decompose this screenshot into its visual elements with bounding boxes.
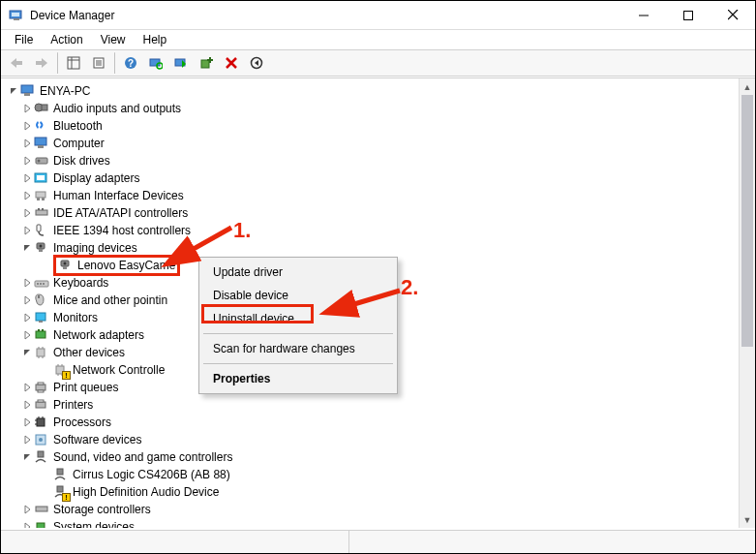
svg-marker-31 (11, 88, 16, 94)
menu-help[interactable]: Help (136, 31, 175, 48)
computer-icon (20, 83, 36, 99)
separator (114, 52, 115, 74)
tree-label: Network adapters (53, 328, 144, 342)
tree-category[interactable]: Disk drives (1, 152, 739, 169)
tree-category[interactable]: Software devices (1, 431, 739, 448)
help-button[interactable]: ? (119, 52, 142, 74)
svg-rect-92 (38, 390, 44, 392)
tree-category[interactable]: Storage controllers (1, 501, 739, 518)
tree-label: Human Interface Devices (53, 189, 184, 202)
tree-category[interactable]: IDE ATA/ATAPI controllers (1, 204, 739, 222)
tree-category[interactable]: Computer (1, 135, 739, 152)
update-driver-button[interactable] (169, 52, 193, 74)
expand-icon[interactable] (20, 433, 34, 446)
tree-device[interactable]: Cirrus Logic CS4206B (AB 88) (1, 466, 739, 483)
expand-icon[interactable] (20, 276, 34, 290)
ctx-properties[interactable]: Properties (201, 367, 395, 390)
category-icon (34, 153, 49, 169)
tree-label: Printers (53, 398, 93, 412)
tree-category[interactable]: Sound, video and game controllers (1, 448, 739, 466)
annotation-label-2: 2. (401, 275, 418, 300)
forward-button[interactable] (30, 52, 53, 74)
svg-marker-55 (25, 227, 30, 234)
minimize-button[interactable] (621, 1, 666, 30)
expand-icon[interactable] (20, 503, 34, 516)
tree-category[interactable]: Human Interface Devices (1, 187, 739, 204)
tree-label: Print queues (53, 381, 118, 394)
tree-category[interactable]: Audio inputs and outputs (1, 100, 739, 117)
tree-label: Network Controlle (73, 363, 165, 377)
svg-marker-71 (25, 314, 30, 322)
category-icon (34, 101, 49, 116)
tree-category[interactable]: Bluetooth (1, 117, 739, 135)
properties-button[interactable] (87, 52, 110, 74)
expand-icon[interactable] (20, 171, 34, 185)
svg-rect-10 (36, 61, 42, 65)
svg-marker-102 (25, 436, 30, 444)
collapse-icon[interactable] (20, 346, 34, 359)
tree-category[interactable]: System devices (1, 518, 739, 528)
tree-category[interactable]: Processors (1, 414, 739, 431)
scan-hardware-button[interactable] (144, 52, 167, 74)
svg-marker-74 (25, 331, 30, 339)
expand-icon[interactable] (20, 119, 34, 133)
audio-device-icon (53, 467, 69, 482)
add-legacy-button[interactable] (195, 52, 218, 74)
expand-icon[interactable] (20, 520, 34, 528)
tree-device[interactable]: !High Definition Audio Device (1, 483, 739, 501)
back-button[interactable] (5, 52, 28, 74)
status-bar (1, 530, 755, 553)
collapse-icon[interactable] (20, 241, 34, 255)
collapse-icon[interactable] (20, 450, 34, 464)
svg-rect-75 (36, 331, 45, 338)
disable-button[interactable] (245, 52, 268, 74)
expand-icon[interactable] (20, 189, 34, 202)
uninstall-button[interactable] (220, 52, 243, 74)
expand-icon[interactable] (20, 224, 34, 237)
svg-rect-76 (38, 329, 40, 331)
tree-label: Bluetooth (53, 119, 103, 133)
svg-rect-90 (36, 385, 45, 390)
svg-rect-56 (37, 225, 41, 231)
show-hide-tree-button[interactable] (62, 52, 85, 74)
ctx-scan-hardware[interactable]: Scan for hardware changes (201, 337, 395, 360)
ctx-update-driver[interactable]: Update driver (201, 261, 395, 284)
svg-rect-26 (207, 59, 213, 61)
expand-icon[interactable] (20, 137, 34, 150)
tree-label: Sound, video and game controllers (53, 450, 232, 464)
expand-icon[interactable] (20, 293, 34, 307)
svg-rect-107 (57, 469, 63, 475)
maximize-button[interactable] (666, 1, 711, 30)
expand-icon[interactable] (20, 328, 34, 342)
collapse-icon[interactable] (7, 84, 20, 98)
category-icon (34, 240, 49, 256)
expand-icon[interactable] (20, 311, 34, 324)
expand-icon[interactable] (20, 206, 34, 220)
menu-view[interactable]: View (93, 31, 134, 48)
expand-icon[interactable] (20, 398, 34, 412)
tree-category[interactable]: IEEE 1394 host controllers (1, 222, 739, 239)
tree-category[interactable]: Printers (1, 396, 739, 414)
ctx-disable-device[interactable]: Disable device (201, 284, 395, 307)
vertical-scrollbar[interactable]: ▲ ▼ (739, 78, 755, 528)
menu-action[interactable]: Action (43, 31, 90, 48)
category-icon (34, 275, 49, 291)
expand-icon[interactable] (20, 416, 34, 429)
tree-category[interactable]: Display adapters (1, 169, 739, 187)
expand-icon[interactable] (20, 102, 34, 115)
tree-root[interactable]: ENYA-PC (1, 82, 739, 100)
menu-file[interactable]: File (7, 31, 41, 48)
expand-icon[interactable] (20, 381, 34, 394)
scroll-up-button[interactable]: ▲ (740, 78, 755, 95)
ctx-uninstall-device[interactable]: Uninstall device (201, 307, 395, 330)
scroll-thumb[interactable] (741, 95, 753, 347)
scroll-down-button[interactable]: ▼ (740, 511, 755, 528)
tree-label: Software devices (53, 433, 141, 446)
window-controls (621, 1, 755, 30)
tree-label: System devices (53, 520, 135, 528)
svg-marker-41 (25, 157, 30, 165)
close-button[interactable] (711, 1, 755, 30)
tree-label: Cirrus Logic CS4206B (AB 88) (73, 468, 230, 481)
expand-icon[interactable] (20, 154, 34, 168)
svg-marker-30 (255, 60, 258, 66)
